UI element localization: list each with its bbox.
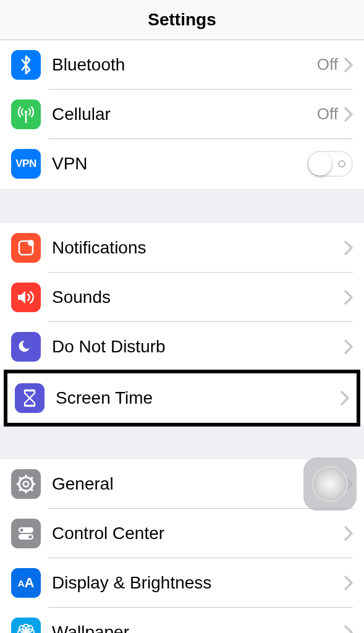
row-bluetooth[interactable]: Bluetooth Off: [0, 40, 364, 90]
toggle-off-indicator: [338, 160, 345, 168]
row-control-center[interactable]: Control Center: [0, 509, 364, 558]
page-title: Settings: [148, 10, 216, 30]
section-gap: [0, 189, 364, 223]
svg-line-15: [19, 488, 22, 491]
svg-rect-4: [24, 389, 35, 391]
bluetooth-icon: [11, 50, 41, 80]
chevron-right-icon: [344, 107, 353, 122]
row-label: Display & Brightness: [48, 573, 344, 593]
row-label: Wallpaper: [48, 622, 344, 633]
svg-point-26: [27, 626, 33, 632]
svg-point-25: [19, 626, 25, 632]
wallpaper-icon: [11, 618, 41, 633]
section-notifications: Notifications Sounds Do: [0, 223, 364, 427]
header: Settings: [0, 0, 364, 40]
row-label: VPN: [48, 154, 307, 174]
svg-rect-5: [24, 405, 35, 407]
row-screen-time[interactable]: Screen Time: [7, 373, 357, 423]
row-cellular[interactable]: Cellular Off: [0, 90, 364, 139]
row-label: Screen Time: [52, 388, 341, 408]
chevron-right-icon: [344, 290, 353, 305]
chevron-right-icon: [341, 391, 349, 406]
svg-line-13: [30, 488, 33, 491]
svg-point-21: [23, 624, 29, 631]
vpn-toggle[interactable]: [307, 151, 353, 177]
row-vpn[interactable]: VPN VPN: [0, 139, 364, 189]
cellular-icon: [11, 100, 41, 129]
display-icon: AA: [11, 568, 41, 598]
section-connectivity: Bluetooth Off Cellular Off: [0, 40, 364, 189]
moon-icon: [11, 332, 41, 362]
row-notifications[interactable]: Notifications: [0, 223, 364, 273]
sounds-icon: [11, 283, 41, 312]
svg-point-17: [20, 529, 23, 532]
chevron-right-icon: [344, 625, 353, 633]
row-general[interactable]: General: [0, 459, 364, 509]
row-label: Notifications: [48, 238, 344, 258]
toggle-knob: [308, 152, 332, 176]
row-label: Bluetooth: [48, 55, 317, 75]
chevron-right-icon: [344, 339, 353, 354]
highlight-annotation: Screen Time: [4, 370, 360, 427]
row-sounds[interactable]: Sounds: [0, 273, 364, 322]
section-gap: [0, 425, 364, 459]
row-display-brightness[interactable]: AA Display & Brightness: [0, 558, 364, 608]
row-label: Control Center: [48, 524, 344, 543]
vpn-icon: VPN: [11, 149, 41, 179]
svg-point-3: [28, 240, 34, 246]
svg-point-19: [28, 535, 32, 538]
chevron-right-icon: [344, 57, 353, 72]
chevron-right-icon: [344, 526, 353, 541]
row-label: Do Not Disturb: [48, 337, 344, 357]
svg-line-12: [19, 477, 22, 480]
hourglass-icon: [15, 383, 44, 413]
row-value: Off: [317, 55, 338, 74]
chevron-right-icon: [344, 477, 353, 491]
row-label: General: [48, 474, 344, 494]
notifications-icon: [11, 233, 41, 263]
svg-line-14: [30, 477, 33, 480]
chevron-right-icon: [344, 576, 353, 590]
section-general: General Control Center AA: [0, 459, 364, 633]
switches-icon: [11, 519, 41, 548]
row-label: Sounds: [48, 287, 344, 307]
row-label: Cellular: [48, 104, 317, 124]
row-do-not-disturb[interactable]: Do Not Disturb: [0, 322, 364, 372]
row-value: Off: [317, 104, 338, 124]
chevron-right-icon: [344, 240, 353, 255]
row-wallpaper[interactable]: Wallpaper: [0, 608, 364, 633]
gear-icon: [11, 469, 41, 499]
svg-point-7: [23, 482, 28, 486]
